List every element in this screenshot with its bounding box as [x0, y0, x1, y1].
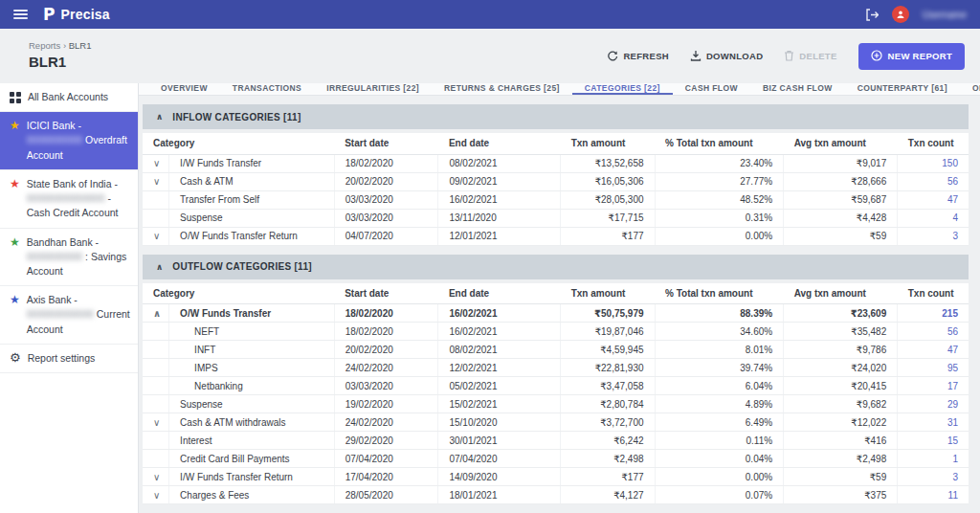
sidebar-item-account-2[interactable]: ★Bandhan Bank - 0000000000 : Savings Acc… — [0, 229, 138, 287]
start-date-cell: 03/03/2020 — [334, 209, 438, 227]
txn-count-link[interactable]: 56 — [898, 323, 969, 341]
new-report-button[interactable]: NEW REPORT — [858, 43, 965, 70]
sidebar-item-all-bank-accounts[interactable]: All Bank Accounts — [0, 83, 138, 112]
breadcrumb: Reports › BLR1 — [29, 40, 91, 53]
txn-amount-cell: ₹4,127 — [561, 486, 655, 504]
table-row: ∨O/W Funds Transfer Return04/07/202012/0… — [143, 227, 969, 245]
inflow-section-header[interactable]: ∧ INFLOW CATEGORIES [11] — [143, 104, 969, 129]
delete-button[interactable]: DELETE — [784, 50, 836, 63]
txn-count-link[interactable]: 31 — [898, 413, 969, 432]
txn-count-link[interactable]: 150 — [898, 154, 969, 172]
start-date-cell: 07/04/2020 — [334, 450, 438, 468]
chevron-placeholder — [143, 359, 169, 377]
tab-overview[interactable]: OVERVIEW — [148, 83, 220, 95]
txn-count-link[interactable]: 56 — [898, 172, 969, 190]
pct-total-cell: 88.39% — [655, 304, 784, 323]
start-date-cell: 18/02/2020 — [334, 304, 438, 323]
txn-count-link[interactable]: 47 — [898, 341, 969, 359]
table-row: Transfer From Self03/03/202016/02/2021₹2… — [143, 190, 969, 209]
category-cell: Cash & ATM withdrawals — [169, 413, 335, 432]
expand-chevron-icon[interactable]: ∨ — [143, 172, 169, 190]
txn-count-link[interactable]: 3 — [898, 468, 969, 486]
avg-txn-amount-cell: ₹375 — [784, 486, 898, 504]
table-row: IMPS24/02/202012/02/2021₹22,81,93039.74%… — [143, 359, 969, 377]
sidebar-item-account-0[interactable]: ★ICICI Bank - 0000000000 Overdraft Accou… — [0, 112, 138, 170]
sidebar-item-report-settings[interactable]: ⚙ Report settings — [0, 345, 138, 373]
account-label: State Bank of India - 00000000000000 - C… — [27, 177, 130, 221]
table-row: Suspense03/03/202013/11/2020₹17,7150.31%… — [143, 209, 969, 227]
top-navbar: P Precisa Username — [0, 0, 980, 29]
expand-chevron-icon[interactable]: ∧ — [143, 304, 169, 323]
pct-total-cell: 8.01% — [655, 341, 784, 359]
user-avatar[interactable] — [892, 6, 909, 23]
category-cell: O/W Funds Transfer Return — [169, 227, 335, 245]
chevron-placeholder — [143, 209, 169, 227]
txn-count-link[interactable]: 3 — [898, 227, 969, 245]
tab-counterparty-61[interactable]: COUNTERPARTY [61] — [845, 83, 960, 95]
avg-txn-amount-cell: ₹59 — [784, 468, 898, 486]
tab-cash-flow[interactable]: CASH FLOW — [673, 83, 750, 95]
logout-icon[interactable] — [865, 9, 879, 21]
txn-amount-cell: ₹177 — [561, 468, 655, 486]
expand-chevron-icon[interactable]: ∨ — [143, 413, 169, 432]
chevron-placeholder — [143, 377, 169, 395]
txn-count-link[interactable]: 15 — [898, 432, 969, 450]
category-cell: Suspense — [169, 209, 335, 227]
column-header: Txn count — [898, 283, 969, 304]
breadcrumb-separator: › — [63, 40, 66, 51]
category-cell: Netbanking — [169, 377, 335, 395]
txn-count-link[interactable]: 215 — [898, 304, 969, 323]
avg-txn-amount-cell: ₹2,498 — [784, 450, 898, 468]
inflow-section-title: INFLOW CATEGORIES [11] — [172, 112, 301, 123]
txn-count-link[interactable]: 4 — [898, 209, 969, 227]
expand-chevron-icon[interactable]: ∨ — [143, 154, 169, 172]
end-date-cell: 12/02/2021 — [438, 359, 561, 377]
end-date-cell: 18/01/2021 — [438, 486, 561, 504]
start-date-cell: 28/05/2020 — [334, 486, 438, 504]
tab-categories-22[interactable]: CATEGORIES [22] — [572, 83, 673, 95]
outflow-section-header[interactable]: ∧ OUTFLOW CATEGORIES [11] — [143, 255, 969, 279]
brand-logo[interactable]: P Precisa — [43, 5, 110, 24]
end-date-cell: 14/09/2020 — [438, 468, 561, 486]
txn-count-link[interactable]: 95 — [898, 359, 969, 377]
tab-biz-cash-flow[interactable]: BIZ CASH FLOW — [750, 83, 845, 95]
category-cell: Interest — [169, 432, 335, 450]
txn-count-link[interactable]: 29 — [898, 395, 969, 413]
chevron-placeholder — [143, 341, 169, 359]
txn-count-link[interactable]: 17 — [898, 377, 969, 395]
download-button[interactable]: DOWNLOAD — [690, 50, 763, 63]
expand-chevron-icon[interactable]: ∨ — [143, 227, 169, 245]
plus-circle-icon — [871, 50, 882, 63]
tab-returns-charges-25[interactable]: RETURNS & CHARGES [25] — [432, 83, 572, 95]
avg-txn-amount-cell: ₹28,666 — [784, 172, 898, 190]
start-date-cell: 18/02/2020 — [334, 154, 438, 172]
start-date-cell: 20/02/2020 — [334, 172, 438, 190]
hamburger-menu-icon[interactable] — [13, 10, 28, 19]
txn-count-link[interactable]: 47 — [898, 190, 969, 209]
table-row: ∨Cash & ATM withdrawals24/02/202015/10/2… — [143, 413, 969, 432]
tab-transactions[interactable]: TRANSACTIONS — [220, 83, 314, 95]
avg-txn-amount-cell: ₹24,020 — [784, 359, 898, 377]
category-cell: IMPS — [169, 359, 335, 377]
star-icon: ★ — [10, 235, 20, 249]
start-date-cell: 29/02/2020 — [334, 432, 438, 450]
txn-count-link[interactable]: 11 — [898, 486, 969, 504]
category-cell: Transfer From Self — [169, 190, 335, 209]
table-row: Netbanking03/03/202005/02/2021₹3,47,0586… — [143, 377, 969, 395]
sidebar-item-account-1[interactable]: ★State Bank of India - 00000000000000 - … — [0, 170, 138, 229]
tab-irregularities-22[interactable]: IRREGULARITIES [22] — [314, 83, 432, 95]
chevron-placeholder — [143, 395, 169, 413]
txn-count-link[interactable]: 1 — [898, 450, 969, 468]
column-header: Txn amount — [561, 133, 655, 154]
breadcrumb-reports[interactable]: Reports — [29, 40, 60, 51]
start-date-cell: 03/03/2020 — [334, 377, 438, 395]
expand-chevron-icon[interactable]: ∨ — [143, 468, 169, 486]
refresh-button[interactable]: REFRESH — [607, 50, 669, 63]
end-date-cell: 12/01/2021 — [438, 227, 561, 245]
expand-chevron-icon[interactable]: ∨ — [143, 486, 169, 504]
tab-od-cc-utilization[interactable]: OD/CC UTILIZATION — [960, 83, 980, 95]
start-date-cell: 24/02/2020 — [334, 413, 438, 432]
user-name[interactable]: Username — [923, 10, 967, 20]
column-header: Avg txn amount — [784, 133, 898, 154]
sidebar-item-account-3[interactable]: ★Axis Bank - 000000000000 Current Accoun… — [0, 286, 138, 345]
